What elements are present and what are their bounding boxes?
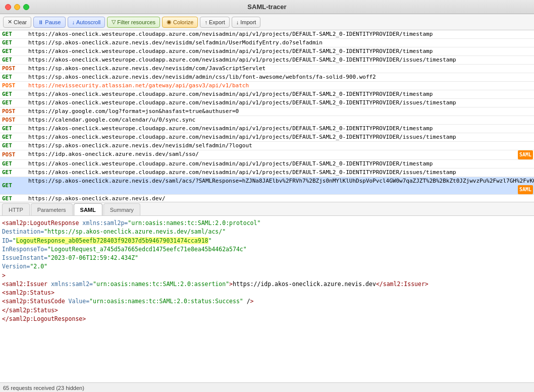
method-cell: GET <box>0 39 26 47</box>
export-button[interactable]: ↑ Export <box>200 17 229 28</box>
method-cell: GET <box>0 30 26 39</box>
table-row[interactable]: POSThttps://play.google.com/log?format=j… <box>0 107 534 116</box>
network-table: GEThttps://akos-oneclick.westeurope.clou… <box>0 30 534 202</box>
network-table-container: GEThttps://akos-oneclick.westeurope.clou… <box>0 30 534 202</box>
saml-badge: SAML <box>518 150 533 159</box>
xml-line: <saml2p:LogoutResponse xmlns:saml2p="urn… <box>2 219 532 228</box>
table-row[interactable]: GEThttps://sp.akos-oneclick.azure.nevis.… <box>0 73 534 82</box>
table-row[interactable]: GEThttps://akos-oneclick.westeurope.clou… <box>0 160 534 169</box>
table-row[interactable]: GEThttps://sp.akos-oneclick.azure.nevis.… <box>0 195 534 202</box>
method-cell: GET <box>0 99 26 107</box>
url-cell: https://calendar.google.com/calendar/u/0… <box>26 116 534 125</box>
saml-badge: SAML <box>518 185 533 194</box>
method-cell: GET <box>0 73 26 82</box>
xml-line: > <box>2 271 532 280</box>
method-cell: GET <box>0 195 26 202</box>
pause-icon: ⏸ <box>38 19 43 25</box>
method-cell: POST <box>0 82 26 90</box>
table-row[interactable]: GEThttps://akos-oneclick.westeurope.clou… <box>0 90 534 99</box>
url-cell: https://play.google.com/log?format=json&… <box>26 107 534 116</box>
table-row[interactable]: GEThttps://akos-oneclick.westeurope.clou… <box>0 56 534 65</box>
toolbar: ✕ Clear ⏸ Pause ↓ Autoscroll ▽ Filter re… <box>0 14 534 30</box>
url-cell: https://akos-oneclick.westeurope.cloudap… <box>26 99 534 107</box>
url-cell: https://akos-oneclick.westeurope.cloudap… <box>26 30 534 39</box>
autoscroll-button[interactable]: ↓ Autoscroll <box>68 17 105 28</box>
method-cell: GET <box>0 90 26 99</box>
xml-line: <saml2p:StatusCode Value="urn:oasis:name… <box>2 297 532 306</box>
method-cell: POST <box>0 65 26 73</box>
tab-http[interactable]: HTTP <box>2 203 30 215</box>
table-row[interactable]: POSThttps://idp.akos-oneclick.azure.nevi… <box>0 150 534 160</box>
import-button[interactable]: ↓ Import <box>232 17 261 28</box>
url-cell: https://akos-oneclick.westeurope.cloudap… <box>26 47 534 56</box>
table-row[interactable]: GEThttps://akos-oneclick.westeurope.clou… <box>0 30 534 39</box>
xml-line: Version="2.0" <box>2 262 532 271</box>
tabs-bar: HTTP Parameters SAML Summary <box>0 202 534 216</box>
pause-button[interactable]: ⏸ Pause <box>33 17 65 28</box>
url-cell: https://sp.akos-oneclick.azure.nevis.dev… <box>26 177 534 195</box>
window-title: SAML-tracer <box>247 3 286 11</box>
xml-line: IssueInstant="2023-07-06T12:59:42.434Z" <box>2 254 532 262</box>
title-bar: SAML-tracer <box>0 0 534 14</box>
table-row[interactable]: GEThttps://akos-oneclick.westeurope.clou… <box>0 99 534 107</box>
url-cell: https://akos-oneclick.westeurope.cloudap… <box>26 160 534 169</box>
table-row[interactable]: GEThttps://sp.akos-oneclick.azure.nevis.… <box>0 177 534 195</box>
filter-icon: ▽ <box>112 19 116 25</box>
url-cell: https://sp.akos-oneclick.azure.nevis.dev… <box>26 39 534 47</box>
maximize-button[interactable] <box>23 4 29 10</box>
method-cell: GET <box>0 47 26 56</box>
method-cell: GET <box>0 142 26 150</box>
table-row[interactable]: GEThttps://akos-oneclick.westeurope.clou… <box>0 169 534 177</box>
clear-icon: ✕ <box>8 19 12 25</box>
minimize-button[interactable] <box>14 4 20 10</box>
filter-button[interactable]: ▽ Filter resources <box>107 17 160 28</box>
close-button[interactable] <box>5 4 11 10</box>
xml-line: <saml2p:Status> <box>2 289 532 297</box>
url-cell: https://akos-oneclick.westeurope.cloudap… <box>26 56 534 65</box>
xml-line: Destination="https://sp.akos-oneclick.az… <box>2 228 532 236</box>
table-row[interactable]: POSThttps://nevissecurity.atlassian.net/… <box>0 82 534 90</box>
url-cell: https://idp.akos-oneclick.azure.nevis.de… <box>26 150 534 160</box>
tab-parameters[interactable]: Parameters <box>31 203 73 215</box>
status-bar: 65 requests received (23 hidden) <box>0 382 534 392</box>
table-row[interactable]: GEThttps://sp.akos-oneclick.azure.nevis.… <box>0 39 534 47</box>
method-cell: GET <box>0 177 26 195</box>
table-row[interactable]: GEThttps://akos-oneclick.westeurope.clou… <box>0 47 534 56</box>
method-cell: GET <box>0 56 26 65</box>
url-cell: https://sp.akos-oneclick.azure.nevis.dev… <box>26 65 534 73</box>
method-cell: GET <box>0 160 26 169</box>
content-area: <saml2p:LogoutResponse xmlns:saml2p="urn… <box>0 216 534 382</box>
colorize-icon: ◉ <box>167 19 172 25</box>
traffic-lights <box>5 4 29 10</box>
clear-button[interactable]: ✕ Clear <box>3 17 31 28</box>
method-cell: POST <box>0 150 26 160</box>
table-row[interactable]: GEThttps://akos-oneclick.westeurope.clou… <box>0 133 534 142</box>
url-cell: https://akos-oneclick.westeurope.cloudap… <box>26 125 534 133</box>
url-cell: https://sp.akos-oneclick.azure.nevis.dev… <box>26 195 534 202</box>
method-cell: GET <box>0 125 26 133</box>
method-cell: GET <box>0 169 26 177</box>
xml-line: </saml2p:Status> <box>2 306 532 315</box>
table-row[interactable]: POSThttps://sp.akos-oneclick.azure.nevis… <box>0 65 534 73</box>
url-cell: https://akos-oneclick.westeurope.cloudap… <box>26 169 534 177</box>
url-cell: https://sp.akos-oneclick.azure.nevis.dev… <box>26 73 534 82</box>
table-row[interactable]: GEThttps://akos-oneclick.westeurope.clou… <box>0 125 534 133</box>
url-cell: https://sp.akos-oneclick.azure.nevis.dev… <box>26 142 534 150</box>
colorize-button[interactable]: ◉ Colorize <box>162 17 198 28</box>
xml-line: InResponseTo="LogoutRequest_a745d5a7665e… <box>2 245 532 254</box>
xml-line: <saml2:Issuer xmlns:saml2="urn:oasis:nam… <box>2 280 532 289</box>
tab-summary[interactable]: Summary <box>103 203 140 215</box>
method-cell: POST <box>0 116 26 125</box>
xml-line: </saml2p:LogoutResponse> <box>2 315 532 323</box>
status-text: 65 requests received (23 hidden) <box>3 385 84 391</box>
autoscroll-icon: ↓ <box>72 19 75 25</box>
url-cell: https://akos-oneclick.westeurope.cloudap… <box>26 133 534 142</box>
table-row[interactable]: POSThttps://calendar.google.com/calendar… <box>0 116 534 125</box>
method-cell: GET <box>0 133 26 142</box>
tab-saml[interactable]: SAML <box>74 203 102 215</box>
export-icon: ↑ <box>204 19 207 25</box>
table-row[interactable]: GEThttps://sp.akos-oneclick.azure.nevis.… <box>0 142 534 150</box>
method-cell: POST <box>0 107 26 116</box>
xml-line: ID="LogoutResponse_ab05eefb728403f92037d… <box>2 237 532 245</box>
import-icon: ↓ <box>236 19 239 25</box>
